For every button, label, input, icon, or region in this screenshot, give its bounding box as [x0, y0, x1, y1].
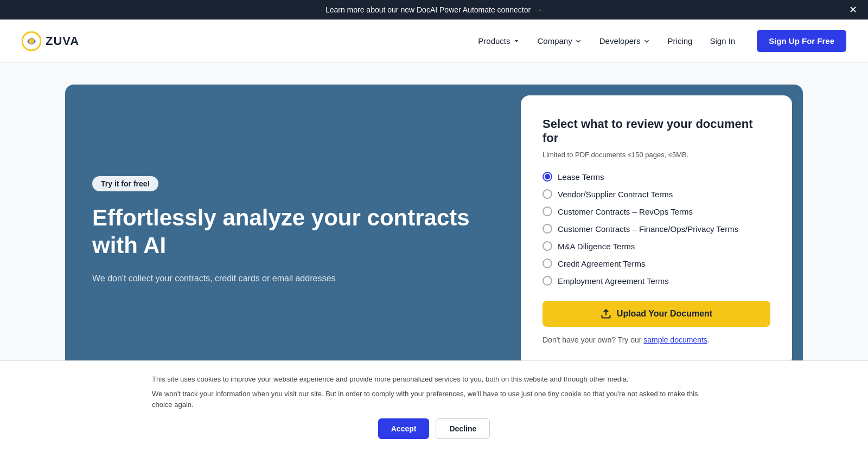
option-employment-label: Employment Agreement Terms — [558, 276, 669, 286]
option-ma-label: M&A Diligence Terms — [558, 242, 635, 251]
radio-customer-finance — [542, 224, 552, 234]
top-banner: Learn more about our new DocAI Power Aut… — [0, 0, 868, 20]
upload-icon — [601, 308, 611, 319]
option-credit-label: Credit Agreement Terms — [558, 259, 645, 268]
radio-credit — [542, 259, 552, 268]
review-title: Select what to review your document for — [542, 117, 770, 145]
review-limit: Limited to PDF documents ≤150 pages, ≤5M… — [542, 151, 770, 159]
hero-section: Try it for free! Effortlessly analyze yo… — [0, 63, 868, 409]
navbar: ZUVA Products Company Developers Pricing… — [0, 20, 868, 63]
option-customer-finance[interactable]: Customer Contracts – Finance/Ops/Privacy… — [542, 224, 770, 234]
cookie-text-2: We won't track your information when you… — [152, 389, 716, 409]
banner-arrow: → — [535, 5, 542, 14]
option-lease-label: Lease Terms — [558, 172, 604, 182]
chevron-down-icon — [575, 37, 582, 45]
option-vendor[interactable]: Vendor/Supplier Contract Terms — [542, 189, 770, 199]
nav-products-label: Products — [478, 36, 510, 46]
radio-customer-revops — [542, 206, 552, 216]
logo-icon — [22, 31, 41, 51]
nav-company[interactable]: Company — [538, 36, 582, 46]
upload-button[interactable]: Upload Your Document — [542, 301, 770, 327]
cookie-banner: This site uses cookies to improve your w… — [0, 360, 868, 410]
banner-close-button[interactable]: ✕ — [849, 4, 857, 16]
option-credit[interactable]: Credit Agreement Terms — [542, 259, 770, 268]
option-customer-revops[interactable]: Customer Contracts – RevOps Terms — [542, 206, 770, 216]
logo-link[interactable]: ZUVA — [22, 31, 79, 51]
chevron-down-icon — [513, 37, 520, 45]
option-customer-finance-label: Customer Contracts – Finance/Ops/Privacy… — [558, 224, 738, 234]
option-employment[interactable]: Employment Agreement Terms — [542, 276, 770, 286]
sample-prefix: Don't have your own? Try our — [542, 335, 643, 344]
radio-dot — [545, 174, 550, 179]
document-type-options: Lease Terms Vendor/Supplier Contract Ter… — [542, 172, 770, 286]
sample-text: Don't have your own? Try our sample docu… — [542, 335, 770, 344]
nav-company-label: Company — [538, 36, 572, 46]
logo-text: ZUVA — [46, 34, 79, 48]
option-lease[interactable]: Lease Terms — [542, 172, 770, 182]
radio-vendor — [542, 189, 552, 199]
nav-developers-label: Developers — [599, 36, 641, 46]
radio-ma — [542, 241, 552, 251]
hero-left: Try it for free! Effortlessly analyze yo… — [65, 85, 510, 377]
upload-btn-label: Upload Your Document — [617, 309, 712, 319]
try-badge: Try it for free! — [92, 176, 158, 191]
nav-pricing[interactable]: Pricing — [668, 36, 693, 46]
nav-links: Products Company Developers Pricing Sign… — [478, 30, 846, 52]
hero-card: Try it for free! Effortlessly analyze yo… — [65, 85, 803, 377]
radio-lease — [542, 172, 552, 182]
review-panel: Select what to review your document for … — [521, 95, 792, 366]
nav-developers[interactable]: Developers — [599, 36, 650, 46]
option-ma[interactable]: M&A Diligence Terms — [542, 241, 770, 251]
nav-signin[interactable]: Sign In — [710, 36, 735, 46]
option-customer-revops-label: Customer Contracts – RevOps Terms — [558, 207, 693, 216]
sample-suffix: . — [707, 335, 710, 344]
nav-pricing-label: Pricing — [668, 36, 693, 46]
radio-employment — [542, 276, 552, 286]
sample-documents-link[interactable]: sample documents — [643, 335, 707, 344]
nav-products[interactable]: Products — [478, 36, 520, 46]
option-vendor-label: Vendor/Supplier Contract Terms — [558, 190, 673, 199]
hero-subtitle: We don't collect your contracts, credit … — [92, 272, 483, 285]
hero-title: Effortlessly analyze your contracts with… — [92, 204, 483, 259]
chevron-down-icon — [643, 37, 650, 45]
cookie-text-1: This site uses cookies to improve your w… — [152, 374, 716, 385]
svg-point-1 — [29, 38, 34, 44]
banner-text: Learn more about our new DocAI Power Aut… — [326, 5, 531, 14]
nav-signup-button[interactable]: Sign Up For Free — [757, 30, 846, 52]
